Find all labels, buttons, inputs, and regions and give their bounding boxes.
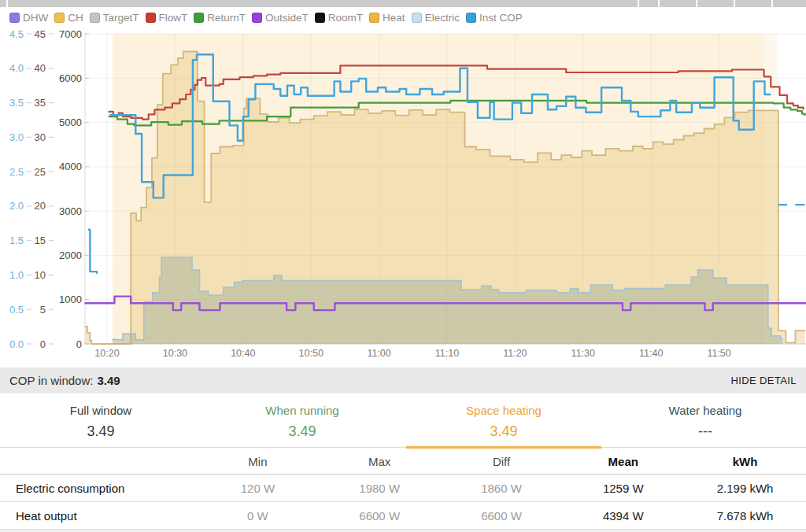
strip-divider [734, 0, 735, 7]
legend-item-returnt[interactable]: ReturnT [194, 12, 246, 24]
y-tick-label: 40 [35, 62, 46, 74]
strip-divider [6, 0, 8, 7]
y-tick-label: 45 [35, 28, 46, 40]
y-tick-label: 0 [40, 338, 46, 350]
cop-window-label: COP in window: [9, 374, 93, 387]
summary-tab-label: Water heating [604, 404, 806, 417]
summary-tab-label: When running [202, 404, 403, 417]
stats-value: 4394 W [562, 509, 684, 523]
legend-swatch-ch-icon [54, 13, 65, 23]
stats-row-electric-consumption: Electric consumption120 W1980 W1860 W125… [0, 475, 806, 502]
chart-legend: DHWCHTargetTFlowTReturnTOutsideTRoomTHea… [0, 7, 806, 28]
stats-header-max: Max [319, 455, 441, 468]
y-tick-label: 2.0 [9, 200, 24, 212]
y-tick-label: 2000 [59, 249, 82, 261]
stats-value: 2.199 kWh [684, 482, 806, 495]
legend-item-ch[interactable]: CH [54, 12, 83, 24]
stats-header-min: Min [197, 455, 319, 468]
y-tick-label: 10 [35, 269, 46, 281]
legend-item-roomt[interactable]: RoomT [315, 12, 363, 24]
y-tick-label: 0 [76, 338, 82, 350]
y-axis-temp: 454035302520151050 [35, 28, 54, 350]
legend-swatch-outsidet-icon [252, 13, 262, 23]
y-axis-cop: 4.54.03.53.02.52.01.51.00.50.0 [9, 28, 31, 350]
x-tick-label: 10:30 [163, 348, 187, 359]
legend-swatch-heat-icon [369, 13, 379, 23]
legend-label: FlowT [159, 12, 188, 24]
x-tick-label: 11:20 [503, 348, 527, 359]
legend-label: TargetT [103, 12, 139, 24]
cop-window-text: COP in window:3.49 [9, 374, 120, 387]
legend-swatch-returnt-icon [194, 13, 204, 23]
legend-label: ReturnT [207, 12, 246, 24]
y-tick-label: 3000 [59, 205, 82, 217]
y-tick-label: 5000 [59, 116, 82, 128]
summary-tab-label: Space heating [403, 404, 604, 417]
summary-tab-full-window[interactable]: Full window3.49 [0, 393, 202, 447]
stats-table: MinMaxDiffMeankWhElectric consumption120… [0, 449, 806, 530]
y-tick-label: 35 [35, 97, 46, 109]
stats-value: 0 W [197, 509, 319, 523]
legend-label: RoomT [328, 12, 363, 24]
stats-row-label: Electric consumption [0, 482, 197, 495]
strip-divider [771, 0, 773, 7]
legend-swatch-electric-icon [412, 13, 422, 23]
legend-label: CH [68, 12, 83, 24]
stats-value: 1259 W [562, 482, 684, 495]
cropped-table-row [0, 0, 806, 7]
summary-tab-value: 3.49 [202, 423, 403, 440]
x-tick-label: 11:00 [367, 348, 390, 359]
legend-item-targett[interactable]: TargetT [90, 12, 139, 24]
hide-detail-button[interactable]: HIDE DETAIL [730, 375, 797, 386]
legend-label: OutsideT [265, 12, 309, 24]
y-axis-power: 70006000500040003000200010000 [59, 28, 89, 350]
y-tick-label: 5 [40, 304, 46, 316]
legend-item-inst-cop[interactable]: Inst COP [466, 12, 523, 24]
cop-chart[interactable]: 4.54.03.53.02.52.01.51.00.50.04540353025… [0, 28, 806, 362]
legend-label: DHW [23, 12, 48, 24]
strip-divider [658, 0, 660, 7]
legend-label: Inst COP [479, 12, 523, 24]
y-tick-label: 4000 [59, 161, 82, 172]
y-tick-label: 25 [35, 166, 46, 178]
stats-value: 6600 W [441, 509, 563, 523]
stats-row-label: Heat output [0, 509, 197, 523]
legend-item-dhw[interactable]: DHW [9, 12, 48, 24]
legend-swatch-flowt-icon [146, 13, 156, 23]
summary-tab-water-heating[interactable]: Water heating--- [604, 393, 806, 447]
legend-label: Heat [383, 12, 405, 24]
legend-item-flowt[interactable]: FlowT [146, 12, 188, 24]
y-tick-label: 3.0 [9, 131, 24, 143]
summary-tab-label: Full window [0, 404, 202, 417]
y-tick-label: 1000 [59, 294, 82, 305]
summary-tab-when-running[interactable]: When running3.49 [202, 393, 403, 447]
stats-header-kwh: kWh [684, 455, 806, 468]
y-tick-label: 1.5 [9, 235, 24, 246]
legend-swatch-dhw-icon [9, 13, 20, 23]
stats-value: 1860 W [441, 482, 563, 495]
legend-item-heat[interactable]: Heat [369, 12, 405, 24]
summary-tab-space-heating[interactable]: Space heating3.49 [403, 393, 604, 447]
legend-swatch-inst-cop-icon [466, 13, 476, 23]
stats-header-diff: Diff [441, 455, 563, 468]
legend-item-electric[interactable]: Electric [412, 12, 460, 24]
x-tick-label: 11:10 [435, 348, 459, 359]
y-tick-label: 6000 [59, 72, 82, 84]
stats-value: 120 W [197, 482, 319, 495]
series-inst-cop-line [89, 230, 97, 273]
y-tick-label: 4.5 [9, 28, 24, 40]
stats-header-mean: Mean [562, 455, 684, 468]
y-tick-label: 2.5 [9, 166, 24, 178]
cop-window-bar: COP in window:3.49 HIDE DETAIL [0, 368, 806, 393]
cop-summary-tabs: Full window3.49When running3.49Space hea… [0, 393, 806, 448]
y-tick-label: 3.5 [9, 97, 24, 109]
chart-plot-area[interactable]: 4.54.03.53.02.52.01.51.00.50.04540353025… [0, 28, 806, 362]
y-tick-label: 0.0 [9, 338, 24, 350]
legend-item-outsidet[interactable]: OutsideT [252, 12, 309, 24]
stats-value: 6600 W [319, 509, 441, 523]
y-tick-label: 20 [35, 200, 46, 212]
summary-tab-value: 3.49 [0, 423, 202, 440]
stats-header-row: MinMaxDiffMeankWh [0, 449, 806, 475]
summary-tab-value: 3.49 [403, 423, 604, 440]
strip-divider [696, 0, 697, 7]
